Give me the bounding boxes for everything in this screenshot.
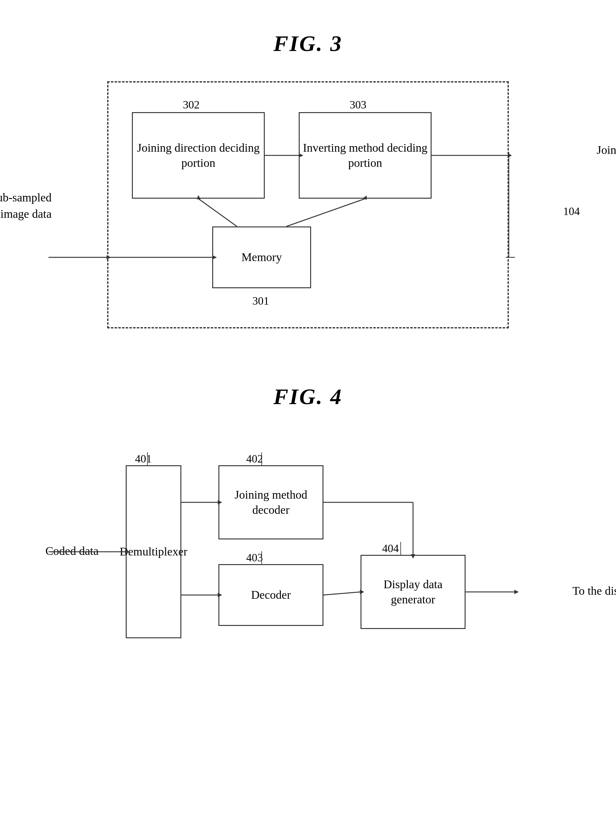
inverting-method-label: Inverting method deciding portion xyxy=(300,140,431,171)
demux-label: Demultiplexer xyxy=(120,544,187,559)
svg-marker-26 xyxy=(514,590,519,594)
fig3-title: FIG. 3 xyxy=(25,19,591,57)
fig4-title: FIG. 4 xyxy=(25,384,591,410)
page: FIG. 3 302 303 301 Joining direction dec… xyxy=(0,0,616,840)
display-data-generator-box: Display data generator xyxy=(361,555,466,629)
ref-401: 401 xyxy=(135,452,152,465)
fig4-diagram: 401 402 403 404 Demultiplexer Joining me… xyxy=(45,434,571,712)
joining-method-decoder-box: Joining method decoder xyxy=(219,465,323,539)
display-data-gen-label: Display data generator xyxy=(361,577,465,607)
fig3-diagram: 302 303 301 Joining direction deciding p… xyxy=(45,75,571,353)
to-display-label: To the display portion xyxy=(572,583,616,599)
ref-104: 104 xyxy=(563,205,580,218)
decoder-label: Decoder xyxy=(251,587,291,603)
joining-method-decoder-label: Joining method decoder xyxy=(219,487,323,518)
ref-404: 404 xyxy=(382,542,399,555)
memory-box: Memory xyxy=(212,226,311,288)
ref-301: 301 xyxy=(252,295,269,307)
memory-label: Memory xyxy=(242,250,282,265)
sub-sampled-label: Sub-sampled image data xyxy=(0,189,51,222)
joining-method-label: Joining method xyxy=(597,143,616,157)
ref-303: 303 xyxy=(350,98,367,111)
coded-data-label: Coded data xyxy=(45,544,98,558)
ref-403: 403 xyxy=(246,551,263,564)
ref-302: 302 xyxy=(183,98,199,111)
sub-sampled-text: Sub-sampled image data xyxy=(0,191,51,220)
joining-direction-label: Joining direction deciding portion xyxy=(133,140,264,171)
inverting-method-box: Inverting method deciding portion xyxy=(299,112,431,199)
svg-line-23 xyxy=(323,592,361,595)
joining-direction-box: Joining direction deciding portion xyxy=(132,112,265,199)
ref-402: 402 xyxy=(246,452,263,465)
decoder-box: Decoder xyxy=(219,564,323,626)
demultiplexer-box: Demultiplexer xyxy=(126,465,181,638)
